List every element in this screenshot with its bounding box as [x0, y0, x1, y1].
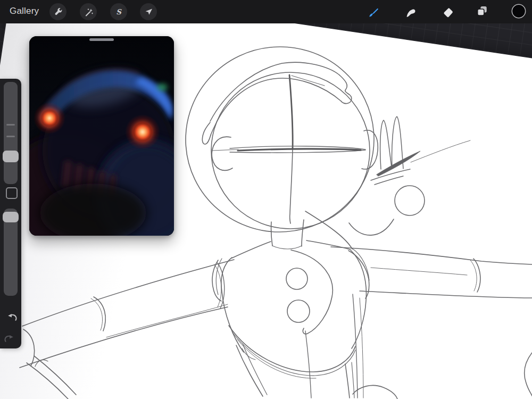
- slider-tick: [6, 136, 15, 137]
- svg-text:S: S: [116, 7, 122, 16]
- slider-tick: [6, 124, 15, 126]
- smudge-tool-button[interactable]: [401, 3, 418, 20]
- reference-image: [29, 36, 174, 236]
- undo-button[interactable]: [4, 309, 17, 322]
- brush-size-slider[interactable]: [4, 82, 18, 184]
- modify-button[interactable]: [6, 187, 18, 199]
- layers-button[interactable]: [473, 3, 490, 20]
- brush-opacity-thumb[interactable]: [3, 212, 19, 222]
- erase-tool-button[interactable]: [438, 3, 455, 20]
- top-toolbar: Gallery S: [0, 0, 532, 23]
- brush-sidebar: [0, 79, 21, 348]
- gallery-button[interactable]: Gallery: [10, 6, 39, 16]
- smudge-icon: [403, 4, 417, 18]
- actions-button[interactable]: [49, 3, 66, 20]
- selection-s-icon: S: [113, 6, 124, 17]
- paint-tool-button[interactable]: [364, 3, 381, 20]
- reference-window[interactable]: [29, 36, 174, 236]
- magic-wand-icon: [83, 6, 94, 17]
- color-swatch-button[interactable]: [510, 3, 527, 20]
- procreate-app: Gallery S: [0, 0, 532, 399]
- selection-button[interactable]: S: [110, 3, 127, 20]
- eraser-icon: [440, 4, 454, 18]
- transform-arrow-icon: [143, 6, 154, 17]
- adjustments-button[interactable]: [80, 3, 97, 20]
- redo-button[interactable]: [4, 330, 17, 343]
- wrench-icon: [53, 6, 63, 17]
- paintbrush-icon: [365, 4, 379, 18]
- layers-icon: [475, 4, 488, 18]
- color-swatch-icon: [511, 3, 527, 19]
- transform-button[interactable]: [140, 3, 157, 20]
- brush-size-thumb[interactable]: [3, 151, 19, 162]
- reference-drag-handle[interactable]: [89, 38, 114, 41]
